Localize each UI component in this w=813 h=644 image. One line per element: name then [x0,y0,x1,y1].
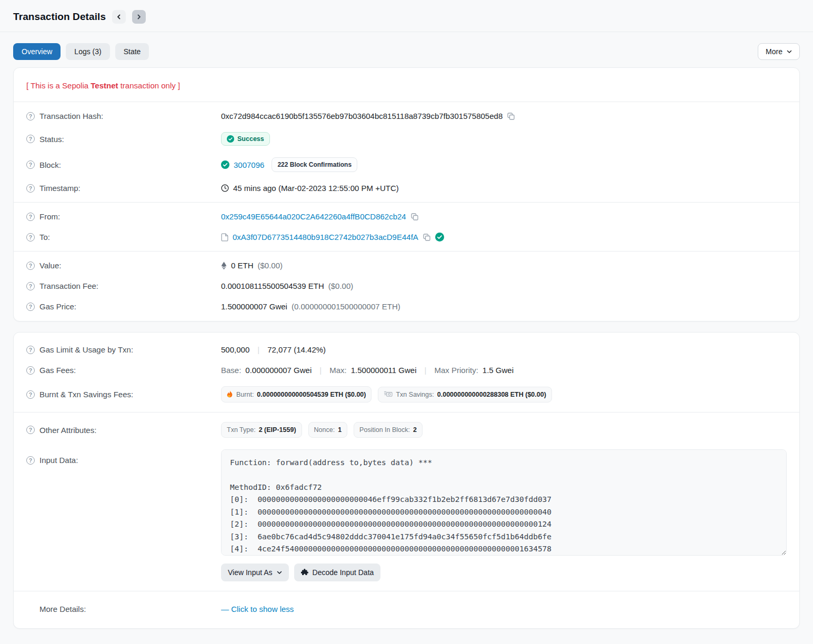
input-data-row: ? Input Data: Function: forward(address … [26,444,787,587]
page-header: Transaction Details [0,0,813,32]
value-amount: 0 ETH [231,261,254,270]
testnet-notice-suffix: transaction only ] [118,81,180,90]
help-icon[interactable]: ? [26,112,35,120]
chevron-down-icon [787,50,792,54]
gas-price-eth: (0.000000001500000007 ETH) [292,302,400,311]
divider [14,412,799,412]
gas-limit-row: ? Gas Limit & Usage by Txn: 500,000 | 72… [26,337,787,360]
help-icon[interactable]: ? [26,233,35,242]
help-icon[interactable]: ? [26,456,35,465]
burnt-savings-label: Burnt & Txn Savings Fees: [39,390,133,399]
copy-icon [423,233,431,242]
more-details-label: More Details: [39,605,86,613]
help-icon[interactable]: ? [26,390,35,399]
puzzle-icon [301,569,308,576]
other-attributes-label: Other Attributes: [39,426,96,435]
max-fee-value: 1.500000011 Gwei [351,366,417,375]
value-label: Value: [39,261,61,270]
page-title: Transaction Details [13,11,106,23]
position-in-block-value: 2 [413,426,417,434]
timestamp-row: ? Timestamp: 45 mins ago (Mar-02-2023 12… [26,178,787,198]
txn-type-label: Txn Type: [227,426,256,434]
block-row: ? Block: 3007096 222 Block Confirmations [26,152,787,178]
help-icon[interactable]: ? [26,184,35,193]
txn-savings-value: 0.000000000000288308 ETH ($0.00) [437,391,546,398]
decode-input-data-label: Decode Input Data [313,568,374,577]
burnt-value: 0.000000000000504539 ETH ($0.00) [257,391,366,398]
decode-input-data-button[interactable]: Decode Input Data [294,564,381,581]
help-icon[interactable]: ? [26,213,35,221]
from-address-link[interactable]: 0x259c49E65644a020C2A642260a4ffB0CD862cb… [221,212,406,221]
input-data-textarea[interactable]: Function: forward(address to,bytes data)… [221,449,787,556]
base-fee-label: Base: [221,366,241,375]
other-attributes-row: ? Other Attributes: Txn Type: 2 (EIP-155… [26,416,787,444]
overview-card: [ This is a Sepolia Testnet transaction … [13,67,800,321]
clock-icon [221,184,229,192]
gas-limit-value: 500,000 [221,345,249,354]
copy-from-address-button[interactable] [410,213,419,221]
max-priority-fee-label: Max Priority: [434,366,478,375]
help-icon[interactable]: ? [26,426,35,434]
help-icon[interactable]: ? [26,282,35,290]
help-icon[interactable]: ? [26,261,35,270]
show-less-link[interactable]: — Click to show less [221,605,294,613]
gas-fees-row: ? Gas Fees: Base: 0.000000007 Gwei | Max… [26,360,787,380]
more-details-row: More Details: — Click to show less [26,595,787,624]
help-icon[interactable]: ? [26,366,35,375]
divider [14,102,799,102]
nonce-value: 1 [338,426,342,434]
divider [14,251,799,251]
max-fee-label: Max: [329,366,347,375]
testnet-notice-bold: Testnet [91,81,118,90]
view-input-as-label: View Input As [228,568,273,577]
separator: | [316,366,325,375]
testnet-notice: [ This is a Sepolia Testnet transaction … [26,72,787,98]
previous-transaction-button[interactable] [112,10,126,24]
gas-price-row: ? Gas Price: 1.500000007 Gwei (0.0000000… [26,296,787,317]
help-icon[interactable]: ? [26,303,35,311]
burnt-fee-badge: Burnt: 0.000000000000504539 ETH ($0.00) [221,386,372,402]
transaction-hash-value: 0xc72d984ccac6190b5f135576eb97b03604bc81… [221,112,503,120]
more-dropdown-button[interactable]: More [758,43,800,60]
to-row: ? To: 0xA3f07D6773514480b918C2742b027b3a… [26,227,787,247]
gas-limit-label: Gas Limit & Usage by Txn: [39,345,133,354]
transaction-fee-amount: 0.000108115500504539 ETH [221,281,324,290]
block-number-link[interactable]: 3007096 [234,160,264,169]
copy-transaction-hash-button[interactable] [507,112,515,120]
help-icon[interactable]: ? [26,160,35,169]
gas-price-amount: 1.500000007 Gwei [221,302,287,311]
value-usd: ($0.00) [258,261,283,270]
transaction-fee-usd: ($0.00) [328,281,354,290]
tab-state[interactable]: State [115,43,149,60]
next-transaction-button[interactable] [132,10,146,24]
help-icon[interactable]: ? [26,346,35,354]
nonce-badge: Nonce: 1 [308,422,348,438]
tab-group: Overview Logs (3) State [13,43,149,60]
copy-icon [410,213,419,221]
transaction-details-page: Transaction Details Overview Logs (3) St… [0,0,813,629]
check-circle-icon [227,135,234,143]
tab-logs[interactable]: Logs (3) [66,43,109,60]
to-address-link[interactable]: 0xA3f07D6773514480b918C2742b027b3acD9E44… [233,233,418,242]
ethereum-icon [221,261,227,270]
position-in-block-label: Position In Block: [359,426,410,434]
to-label: To: [39,233,50,242]
money-wings-icon [384,391,393,398]
tab-overview[interactable]: Overview [13,43,61,60]
gas-price-label: Gas Price: [39,302,76,311]
chevron-down-icon [277,571,282,575]
transaction-hash-row: ? Transaction Hash: 0xc72d984ccac6190b5f… [26,106,787,126]
chevron-left-icon [116,14,122,19]
testnet-notice-prefix: [ This is a Sepolia [26,81,91,90]
block-label: Block: [39,160,61,169]
from-label: From: [39,212,60,221]
base-fee-value: 0.000000007 Gwei [245,366,312,375]
transaction-fee-label: Transaction Fee: [39,281,98,290]
view-input-as-button[interactable]: View Input As [221,564,289,581]
separator: | [421,366,430,375]
from-row: ? From: 0x259c49E65644a020C2A642260a4ffB… [26,206,787,227]
txn-savings-label: Txn Savings: [396,391,434,398]
copy-to-address-button[interactable] [423,233,431,242]
more-dropdown-label: More [766,47,782,56]
help-icon[interactable]: ? [26,135,35,143]
